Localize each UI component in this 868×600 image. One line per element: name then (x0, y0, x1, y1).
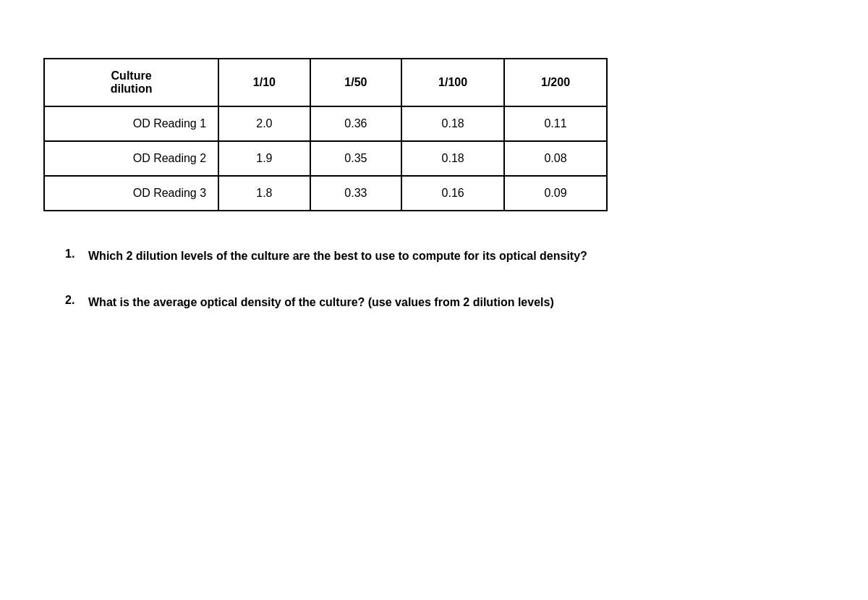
question-number-2: 2. (65, 294, 82, 307)
data-table-container: Culturedilution 1/10 1/50 1/100 1/200 OD… (43, 58, 825, 211)
table-row: OD Reading 31.80.330.160.09 (44, 176, 607, 211)
question-item-1: 1.Which 2 dilution levels of the culture… (65, 248, 825, 265)
cell-row3-col2: 0.33 (310, 176, 402, 211)
question-item-2: 2.What is the average optical density of… (65, 294, 825, 311)
table-row: OD Reading 12.00.360.180.11 (44, 106, 607, 141)
question-number-1: 1. (65, 248, 82, 261)
cell-row1-col3: 0.18 (401, 106, 504, 141)
row-label-1: OD Reading 1 (44, 106, 218, 141)
od-readings-table: Culturedilution 1/10 1/50 1/100 1/200 OD… (43, 58, 608, 211)
col-header-1-100: 1/100 (401, 59, 504, 106)
cell-row3-col4: 0.09 (504, 176, 607, 211)
cell-row2-col3: 0.18 (401, 141, 504, 176)
question-text-2: What is the average optical density of t… (88, 294, 554, 311)
cell-row1-col2: 0.36 (310, 106, 402, 141)
col-header-1-10: 1/10 (218, 59, 310, 106)
cell-row2-col4: 0.08 (504, 141, 607, 176)
cell-row3-col3: 0.16 (401, 176, 504, 211)
col-header-1-200: 1/200 (504, 59, 607, 106)
row-label-3: OD Reading 3 (44, 176, 218, 211)
question-text-1: Which 2 dilution levels of the culture a… (88, 248, 587, 265)
cell-row2-col1: 1.9 (218, 141, 310, 176)
cell-row2-col2: 0.35 (310, 141, 402, 176)
cell-row3-col1: 1.8 (218, 176, 310, 211)
table-row: OD Reading 21.90.350.180.08 (44, 141, 607, 176)
col-header-1-50: 1/50 (310, 59, 402, 106)
cell-row1-col1: 2.0 (218, 106, 310, 141)
row-label-2: OD Reading 2 (44, 141, 218, 176)
col-header-culture: Culturedilution (44, 59, 218, 106)
table-header-row: Culturedilution 1/10 1/50 1/100 1/200 (44, 59, 607, 106)
cell-row1-col4: 0.11 (504, 106, 607, 141)
questions-list: 1.Which 2 dilution levels of the culture… (43, 248, 825, 311)
